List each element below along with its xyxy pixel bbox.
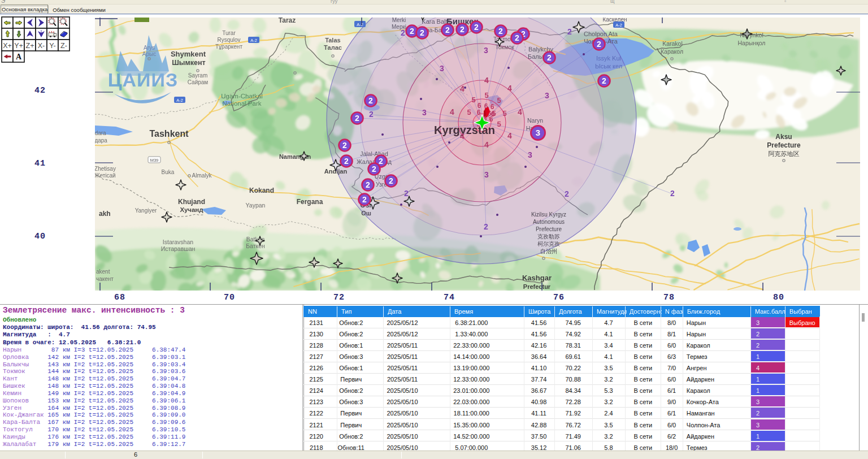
svg-text:Aksu: Aksu [775, 133, 792, 141]
svg-text:Prefecture: Prefecture [536, 226, 562, 232]
svg-text:5: 5 [497, 120, 501, 128]
svg-text:2: 2 [484, 222, 488, 231]
svg-text:2: 2 [410, 27, 414, 36]
svg-text:чакент: чакент [96, 276, 114, 282]
svg-text:2: 2 [366, 180, 370, 189]
svg-text:Kokand: Kokand [249, 187, 274, 194]
svg-text:4: 4 [507, 84, 512, 93]
svg-text:Prefecture: Prefecture [767, 141, 801, 149]
svg-text:2: 2 [515, 33, 519, 42]
svg-text:Каскелен: Каскелен [602, 18, 627, 23]
svg-text:Shymkent: Shymkent [171, 50, 206, 58]
svg-text:Баткен: Баткен [246, 243, 265, 249]
svg-text:Autonomous: Autonomous [533, 219, 565, 225]
svg-text:X+: X+ [3, 42, 12, 50]
svg-text:2: 2 [498, 27, 503, 36]
svg-text:4: 4 [518, 107, 522, 116]
svg-text:Tashkent: Tashkent [149, 129, 189, 138]
svg-text:2: 2 [567, 27, 572, 36]
svg-text:Ысык кел: Ысык кел [595, 63, 622, 70]
svg-text:rdara: rdara [95, 130, 106, 136]
svg-text:4: 4 [484, 140, 489, 149]
svg-text:2: 2 [602, 76, 606, 85]
svg-text:Хучанд: Хучанд [180, 206, 203, 213]
svg-text:克孜勒苏: 克孜勒苏 [537, 233, 560, 240]
svg-text:2: 2 [547, 53, 552, 62]
svg-text:Нарынқол: Нарынқол [738, 40, 766, 46]
svg-text:2: 2 [362, 195, 367, 204]
svg-text:Токмок: Токмок [495, 44, 514, 50]
svg-text:Yaypan: Yaypan [246, 202, 266, 209]
svg-text:3: 3 [440, 64, 444, 73]
svg-text:Turar: Turar [222, 30, 236, 36]
svg-text:5: 5 [484, 91, 488, 99]
svg-text:A-2: A-2 [250, 38, 257, 43]
svg-text:Арыс: Арыс [142, 51, 156, 57]
svg-text:Rysqulov: Rysqulov [217, 37, 240, 43]
svg-text:A: A [16, 53, 22, 61]
svg-text:рдара: рдара [95, 137, 107, 144]
svg-text:3: 3 [484, 46, 488, 55]
svg-text:Истаравшан: Истаравшан [161, 245, 196, 252]
svg-text:Ош: Ош [361, 210, 371, 216]
svg-text:Ugam-Chatkal: Ugam-Chatkal [221, 93, 263, 99]
svg-text:Merki: Merki [392, 18, 406, 23]
svg-text:Buka: Buka [162, 169, 175, 175]
svg-text:2: 2 [565, 189, 569, 198]
svg-text:2: 2 [344, 157, 349, 166]
svg-text:2: 2 [460, 25, 465, 34]
svg-text:3: 3 [528, 150, 532, 159]
svg-text:柯尔克孜: 柯尔克孜 [537, 241, 560, 247]
svg-text:4: 4 [460, 132, 465, 141]
svg-text:2: 2 [420, 28, 424, 37]
svg-text:A-2: A-2 [357, 22, 363, 27]
svg-text:Kyrgyzstan: Kyrgyzstan [434, 124, 495, 136]
svg-text:2: 2 [597, 40, 601, 49]
svg-text:Cholpon Ata: Cholpon Ata [584, 31, 618, 37]
svg-text:Y+: Y+ [14, 42, 23, 50]
svg-text:Y-: Y- [49, 42, 55, 50]
svg-text:2: 2 [404, 189, 409, 198]
svg-text:Sayram: Sayram [188, 72, 207, 79]
svg-text:Taraz: Taraz [279, 18, 296, 24]
svg-text:Шымкент: Шымкент [172, 59, 205, 67]
svg-text:X-: X- [38, 42, 45, 50]
svg-text:Almalyk: Almalyk [192, 172, 212, 179]
svg-text:Istaravshan: Istaravshan [163, 239, 193, 245]
svg-text:4: 4 [460, 84, 465, 93]
svg-text:4: 4 [507, 131, 512, 140]
svg-text:Khujand: Khujand [178, 198, 205, 206]
svg-text:3: 3 [545, 91, 549, 100]
svg-text:Fergana: Fergana [297, 198, 323, 206]
svg-text:Kizilsu Kyrgyz: Kizilsu Kyrgyz [531, 211, 566, 218]
svg-text:4: 4 [484, 76, 489, 85]
svg-text:Z+: Z+ [26, 42, 34, 50]
svg-text:3: 3 [422, 108, 427, 117]
svg-text:4: 4 [450, 107, 454, 116]
svg-text:自治州: 自治州 [540, 248, 557, 254]
svg-text:A-2: A-2 [176, 98, 183, 103]
svg-text:Narynkol: Narynkol [740, 32, 763, 38]
svg-text:2: 2 [474, 23, 479, 32]
svg-text:Yangiyer: Yangiyer [135, 207, 157, 214]
svg-text:3: 3 [484, 170, 489, 179]
svg-text:3: 3 [536, 128, 540, 137]
svg-text:2: 2 [670, 189, 675, 198]
svg-text:Жетісай: Жетісай [95, 172, 116, 179]
svg-text:2: 2 [342, 141, 347, 150]
svg-text:Kashgar: Kashgar [522, 274, 552, 282]
svg-text:2: 2 [401, 28, 405, 37]
svg-text:2: 2 [379, 157, 383, 166]
svg-text:Karakol: Karakol [662, 40, 683, 47]
svg-text:Талас: Талас [324, 44, 342, 51]
svg-text:2: 2 [369, 110, 374, 119]
svg-text:Talas: Talas [325, 37, 340, 44]
svg-text:6: 6 [477, 109, 481, 116]
svg-text:National Park: National Park [222, 100, 261, 107]
svg-text:Тұраркент: Тұраркент [215, 44, 242, 50]
svg-text:Naryn: Naryn [527, 117, 543, 124]
svg-text:5: 5 [502, 109, 506, 118]
svg-text:5: 5 [497, 96, 501, 105]
svg-text:Arys: Arys [144, 45, 155, 51]
svg-text:A-2: A-2 [615, 23, 622, 28]
